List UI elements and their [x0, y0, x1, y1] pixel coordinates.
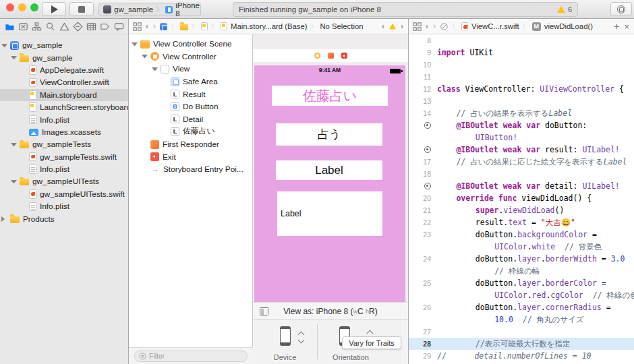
file-crumb-label[interactable]: ViewC...r.swift [471, 22, 519, 30]
minimize-window-button[interactable] [18, 3, 26, 11]
file-row[interactable]: gw_sampleUITests.swift [0, 188, 128, 200]
outline-row[interactable]: →Storyboard Entry Poi... [129, 163, 252, 176]
symbol-crumb-label[interactable]: viewDidLoad() [544, 22, 593, 30]
code-line[interactable]: 29// detail.numberOfLines = 10 [409, 350, 634, 362]
outline-row[interactable]: LDetail [129, 113, 252, 126]
outline-row[interactable]: BDo Button [129, 100, 252, 113]
file-row[interactable]: gw_sampleUITests [0, 175, 128, 187]
report-navigator-icon[interactable] [113, 20, 125, 32]
code-line[interactable]: // 枠線の幅 [409, 265, 634, 277]
outline-row[interactable]: Safe Area [129, 75, 252, 88]
warning-count[interactable]: 6 [568, 5, 572, 13]
close-window-button[interactable] [6, 3, 14, 11]
breakpoint-navigator-icon[interactable] [99, 20, 111, 32]
code-line[interactable]: 28//表示可能最大行数を指定 [409, 338, 634, 350]
file-row[interactable]: AppDelegate.swift [0, 64, 128, 76]
detail-label[interactable]: Label [277, 191, 382, 236]
issue-navigator-icon[interactable] [58, 20, 70, 32]
add-editor-icon[interactable]: + [613, 21, 620, 32]
device-phone-icon[interactable] [280, 326, 291, 346]
outlet-connection-indicator[interactable] [424, 146, 431, 153]
code-line[interactable]: 20override func viewDidLoad() { [409, 192, 634, 204]
issue-warning-icon[interactable] [389, 24, 396, 30]
disclosure-triangle[interactable] [11, 180, 17, 183]
debug-navigator-icon[interactable] [86, 20, 98, 32]
code-line[interactable]: @IBOutlet weak var result: UILabel! [409, 144, 634, 156]
file-row[interactable]: gw_sample [0, 39, 128, 51]
disclosure-triangle[interactable] [1, 44, 7, 47]
selection-crumb-label[interactable]: No Selection [320, 22, 363, 30]
run-button[interactable] [42, 2, 66, 16]
code-line[interactable]: 27 [409, 326, 634, 338]
outline-row[interactable]: View Controller Scene [129, 38, 252, 51]
do-button[interactable]: 占う [276, 123, 382, 146]
vary-for-traits-button[interactable]: Vary for Traits [342, 336, 401, 349]
code-line[interactable]: 9import UIKit [409, 47, 634, 59]
code-line[interactable]: 10.0 // 角丸のサイズ [409, 313, 634, 326]
file-row[interactable]: Info.plist [0, 200, 128, 212]
code-line[interactable]: 24doButton.layer.borderWidth = 3.0 [409, 253, 634, 265]
outline-row[interactable]: View [129, 63, 252, 75]
back-button[interactable]: ‹ [425, 22, 429, 31]
disclosure-triangle[interactable] [132, 42, 138, 46]
view-as-text[interactable]: View as: iPhone 8 ( [283, 307, 353, 316]
previous-issue-button[interactable]: ‹ [381, 22, 385, 31]
zoom-window-button[interactable] [30, 3, 38, 11]
code-line[interactable]: @IBOutlet weak var doButton: [409, 119, 634, 131]
title-label[interactable]: 佐藤占い [272, 86, 388, 106]
disclosure-triangle[interactable] [142, 55, 148, 58]
file-row[interactable]: Info.plist [0, 113, 128, 125]
exit-icon[interactable] [341, 53, 347, 59]
file-row[interactable]: gw_sample [0, 51, 128, 63]
related-items-icon[interactable] [413, 22, 422, 31]
warning-icon[interactable] [557, 6, 565, 13]
code-line[interactable]: 21super.viewDidLoad() [409, 204, 634, 216]
code-line[interactable]: 12class ViewController: UIViewController… [409, 83, 634, 95]
forward-button[interactable]: › [152, 22, 156, 31]
project-navigator-icon[interactable] [3, 20, 16, 32]
standard-editor-button[interactable] [610, 2, 632, 16]
code-line[interactable]: 22result.text = "大吉😄" [409, 216, 634, 229]
folder-crumb-icon[interactable] [180, 24, 188, 30]
file-row[interactable]: Info.plist [0, 163, 128, 175]
outline-row[interactable]: L佐藤占い [129, 125, 252, 138]
outline-row[interactable]: View Controller [129, 51, 252, 63]
view-controller-icon[interactable] [314, 53, 320, 59]
code-line[interactable]: @IBOutlet weak var detail: UILabel! [409, 180, 634, 192]
outlet-connection-indicator[interactable] [424, 122, 431, 129]
symbol-navigator-icon[interactable] [31, 20, 43, 32]
code-line[interactable]: 23doButton.backgroundColor = [409, 229, 634, 241]
test-navigator-icon[interactable] [71, 20, 84, 32]
file-row[interactable]: Main.storyboard [0, 89, 128, 101]
outline-row[interactable]: Exit [129, 150, 252, 163]
outlet-connection-indicator[interactable] [424, 183, 431, 189]
disclosure-triangle[interactable] [152, 67, 158, 71]
code-line[interactable]: 14// 占いの結果を表示するLabel [409, 107, 634, 119]
source-code-editor[interactable]: 89import UIKit101112class ViewController… [409, 34, 634, 364]
file-row[interactable]: ViewController.swift [0, 76, 128, 88]
code-line[interactable]: 18 [409, 168, 634, 180]
file-row[interactable]: Products [0, 212, 128, 224]
counterparts-icon[interactable] [440, 22, 449, 31]
code-line[interactable]: 25doButton.layer.borderColor = [409, 277, 634, 289]
project-crumb-icon[interactable] [160, 23, 167, 30]
device-stepper-down-icon[interactable] [298, 337, 305, 344]
source-control-navigator-icon[interactable] [17, 20, 29, 32]
orientation-chevron-icon[interactable] [367, 330, 374, 337]
code-line[interactable]: 11 [409, 71, 634, 83]
forward-button[interactable]: › [432, 22, 436, 31]
outline-row[interactable]: First Responder [129, 138, 252, 151]
interface-builder-canvas[interactable]: 9:41 AM 佐藤占い 占う Label Label View as: iPh… [253, 34, 408, 364]
disclosure-triangle[interactable] [11, 56, 17, 59]
device-bar-toggle-icon[interactable] [260, 307, 268, 315]
disclosure-triangle[interactable] [11, 143, 17, 146]
storyboard-crumb-icon[interactable] [201, 22, 208, 30]
code-line[interactable]: 26doButton.layer.cornerRadius = [409, 301, 634, 313]
code-line[interactable]: 10 [409, 59, 634, 71]
file-row[interactable]: Images.xcassets [0, 126, 128, 138]
file-row[interactable]: LaunchScreen.storyboard [0, 101, 128, 113]
code-line[interactable]: UIColor.white // 背景色 [409, 241, 634, 253]
related-items-icon[interactable] [133, 22, 142, 31]
filter-input[interactable]: Filter [134, 351, 248, 362]
iphone-view[interactable]: 9:41 AM 佐藤占い 占う Label Label [254, 65, 405, 302]
